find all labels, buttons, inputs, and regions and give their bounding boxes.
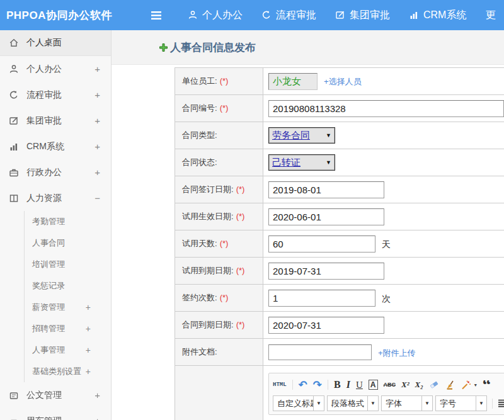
field-label: 合同状态: <box>175 149 263 176</box>
italic-button[interactable]: I <box>346 379 350 390</box>
table-row: 合同类型: 劳务合同 ▼ <box>175 122 504 149</box>
sidebar-item-workflow-approval[interactable]: 流程审批 + <box>0 82 111 108</box>
expand-toggle[interactable]: + <box>94 115 100 126</box>
sidebar-item-vehicle[interactable]: 用车管理 + <box>0 408 111 420</box>
sidebar-item-rewards[interactable]: 奖惩记录 <box>25 275 111 297</box>
nav-workflow-approval[interactable]: 流程审批 <box>261 9 316 22</box>
expand-toggle[interactable]: + <box>94 167 100 178</box>
table-row: 试用天数:(*) 天 <box>175 230 504 258</box>
briefcase-icon <box>9 167 20 178</box>
table-row: 合同签订日期:(*) <box>175 176 504 203</box>
nav-personal-office[interactable]: 个人办公 <box>188 9 243 22</box>
expand-toggle[interactable]: + <box>86 324 91 334</box>
field-label: 试用到期日期:(*) <box>175 258 263 285</box>
upload-attachment-link[interactable]: +附件上传 <box>378 348 416 358</box>
format-brush-icon[interactable] <box>445 380 455 390</box>
table-row: 合同编号:(*) <box>175 95 504 122</box>
bar-chart-icon <box>409 10 419 20</box>
sidebar-item-crm[interactable]: CRM系统 + <box>0 133 111 159</box>
eraser-icon[interactable] <box>429 380 440 389</box>
bar-chart-icon <box>9 142 20 152</box>
select-person-link[interactable]: +选择人员 <box>324 77 362 86</box>
edit-icon <box>9 116 20 126</box>
field-label: 试用天数:(*) <box>175 230 263 258</box>
sidebar-item-base-categories[interactable]: 基础类别设置 + <box>25 361 111 382</box>
sign-count-input[interactable] <box>268 290 375 307</box>
contract-status-select[interactable]: 己转证 ▼ <box>268 154 335 171</box>
sidebar: 个人桌面 个人办公 + 流程审批 + 集团审批 + CRM系统 + 行政办公 + <box>0 30 112 420</box>
expand-toggle[interactable]: + <box>94 390 100 400</box>
font-size-dropdown[interactable]: 字号 ▼ <box>435 395 487 411</box>
top-nav: 个人办公 流程审批 集团审批 CRM系统 更 <box>188 9 495 22</box>
chevron-down-icon: ▼ <box>367 396 378 411</box>
chevron-down-icon: ▼ <box>326 132 331 139</box>
sidebar-item-personal-office[interactable]: 个人办公 + <box>0 56 111 82</box>
table-row: HTML ↶ ↷ B I U A ABC X² X₂ <box>175 366 504 420</box>
top-bar: PHPOA协同办公软件 个人办公 流程审批 集团审批 CRM系统 <box>0 0 504 30</box>
sidebar-item-personnel[interactable]: 人事管理 + <box>25 339 111 361</box>
sidebar-item-training[interactable]: 培训管理 <box>25 254 111 275</box>
table-row: 附件文档: +附件上传 <box>175 339 504 366</box>
expand-toggle[interactable]: + <box>86 366 91 377</box>
field-label <box>175 366 263 420</box>
car-icon <box>9 416 20 420</box>
employee-input[interactable] <box>268 73 318 90</box>
auto-format-wand-icon[interactable] <box>461 380 471 390</box>
sidebar-item-group-approval[interactable]: 集团审批 + <box>0 108 111 133</box>
html-source-button[interactable]: HTML <box>273 382 287 388</box>
user-icon <box>188 10 198 20</box>
undo-button[interactable]: ↶ <box>299 378 307 391</box>
edit-icon <box>335 10 345 20</box>
chevron-down-icon[interactable]: ▾ <box>474 382 477 388</box>
sidebar-item-hr-contract[interactable]: 人事合同 <box>25 232 111 254</box>
sidebar-item-admin-office[interactable]: 行政办公 + <box>0 159 111 185</box>
home-icon <box>9 38 20 48</box>
trial-end-date-input[interactable] <box>268 263 384 280</box>
nav-group-approval[interactable]: 集团审批 <box>335 9 390 22</box>
superscript-button[interactable]: X² <box>401 380 410 390</box>
underline-button[interactable]: U <box>356 380 363 390</box>
sidebar-item-recruiting[interactable]: 招聘管理 + <box>25 318 111 339</box>
expand-toggle[interactable]: + <box>94 89 100 100</box>
sidebar-item-documents[interactable]: 公文管理 + <box>0 382 111 408</box>
custom-title-dropdown[interactable]: 自定义标题 ▼ <box>273 395 324 411</box>
paragraph-format-dropdown[interactable]: 段落格式 ▼ <box>327 395 379 411</box>
main-content: 人事合同信息发布 单位员工:(*) +选择人员 合同编号:(*) 合同类型: 劳… <box>112 30 504 420</box>
field-label: 合同编号:(*) <box>175 95 263 122</box>
nav-more[interactable]: 更 <box>485 9 495 22</box>
sidebar-item-salary[interactable]: 薪资管理 + <box>25 297 111 318</box>
trial-start-date-input[interactable] <box>268 208 384 225</box>
subscript-button[interactable]: X₂ <box>415 380 423 390</box>
bold-button[interactable]: B <box>334 379 341 390</box>
align-left-icon[interactable] <box>498 399 504 408</box>
collapse-toggle[interactable]: − <box>94 193 100 203</box>
sidebar-item-attendance[interactable]: 考勤管理 <box>25 211 111 232</box>
blockquote-button[interactable]: “ <box>483 380 491 389</box>
contract-type-select[interactable]: 劳务合同 ▼ <box>268 127 335 144</box>
contract-number-input[interactable] <box>268 100 504 117</box>
redo-button[interactable]: ↷ <box>313 378 322 391</box>
strikethrough-button[interactable]: ABC <box>384 382 396 388</box>
field-label: 合同签订日期:(*) <box>175 176 263 203</box>
expand-toggle[interactable]: + <box>94 416 100 420</box>
hamburger-menu-icon[interactable] <box>150 11 163 20</box>
sign-date-input[interactable] <box>268 181 384 198</box>
attachment-input[interactable] <box>268 344 372 360</box>
rich-text-editor-toolbar: HTML ↶ ↷ B I U A ABC X² X₂ <box>268 373 504 415</box>
expand-toggle[interactable]: + <box>86 302 91 312</box>
expand-toggle[interactable]: + <box>94 64 100 74</box>
expand-toggle[interactable]: + <box>86 345 91 355</box>
sidebar-item-hr[interactable]: 人力资源 − <box>0 185 111 211</box>
sidebar-item-personal-desktop[interactable]: 个人桌面 <box>0 30 111 56</box>
chevron-down-icon: ▼ <box>326 159 331 166</box>
nav-crm-system[interactable]: CRM系统 <box>409 9 466 22</box>
field-label: 单位员工:(*) <box>175 68 263 95</box>
user-icon <box>9 64 20 74</box>
contract-end-date-input[interactable] <box>268 317 384 334</box>
font-family-dropdown[interactable]: 字体 ▼ <box>381 395 433 411</box>
field-label: 试用生效日期:(*) <box>175 203 263 230</box>
table-row: 试用生效日期:(*) <box>175 203 504 230</box>
expand-toggle[interactable]: + <box>94 141 100 152</box>
font-color-button[interactable]: A <box>369 380 378 390</box>
trial-days-input[interactable] <box>268 236 375 253</box>
